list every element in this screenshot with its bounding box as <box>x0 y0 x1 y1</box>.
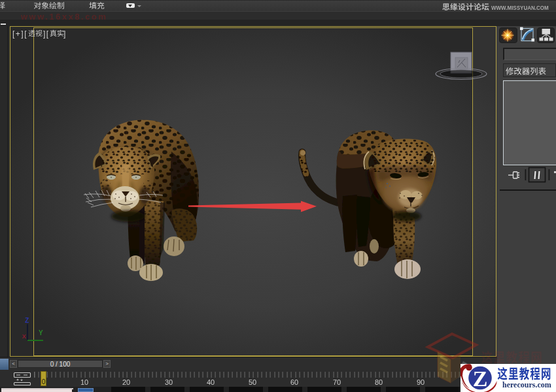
svg-text:Y: Y <box>39 329 43 336</box>
svg-text:X: X <box>22 333 26 340</box>
svg-text:Z: Z <box>25 317 29 324</box>
svg-text:Z: Z <box>473 367 488 391</box>
